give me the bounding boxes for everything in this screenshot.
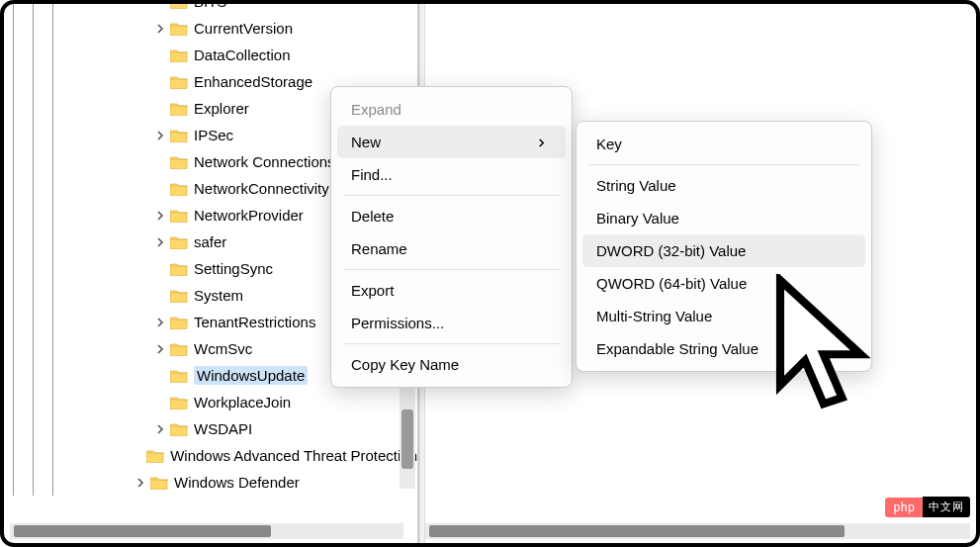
folder-icon	[170, 21, 188, 36]
tree-item-wsdapi[interactable]: WSDAPI	[4, 415, 417, 442]
tree-item-label: safer	[194, 233, 226, 250]
menu-item-label: New	[351, 134, 381, 150]
expand-icon[interactable]	[152, 234, 168, 250]
folder-icon	[170, 368, 188, 383]
tree-item-datacollection[interactable]: DataCollection	[4, 42, 417, 68]
menu-item-copy-key-name[interactable]: Copy Key Name	[337, 348, 566, 381]
expand-icon[interactable]	[152, 421, 168, 437]
folder-icon	[170, 128, 188, 142]
menu-item-new[interactable]: New	[337, 126, 566, 158]
horizontal-scrollbar-right[interactable]	[425, 523, 970, 539]
context-submenu-new[interactable]: KeyString ValueBinary ValueDWORD (32-bit…	[576, 121, 872, 372]
menu-separator	[588, 164, 859, 165]
watermark-right: 中文网	[923, 497, 970, 517]
menu-item-export[interactable]: Export	[337, 274, 566, 307]
folder-icon	[170, 74, 188, 89]
tree-item-currentversion[interactable]: CurrentVersion	[4, 15, 417, 42]
menu-item-label: QWORD (64-bit) Value	[596, 275, 747, 292]
tree-item-label: WindowsUpdate	[194, 366, 308, 385]
tree-item-label: SettingSync	[194, 260, 273, 277]
tree-item-label: System	[194, 287, 243, 304]
menu-item-multi-string-value[interactable]: Multi-String Value	[582, 300, 865, 332]
folder-icon	[170, 4, 188, 9]
menu-item-label: Expandable String Value	[596, 340, 758, 357]
expand-icon[interactable]	[133, 475, 148, 491]
menu-item-label: Delete	[351, 208, 394, 225]
horizontal-scrollbar-thumb[interactable]	[429, 525, 845, 537]
chevron-right-icon	[537, 134, 546, 150]
tree-item-label: EnhancedStorage	[194, 73, 312, 90]
expand-icon[interactable]	[152, 341, 168, 357]
tree-item-windows-defender[interactable]: Windows Defender	[4, 469, 417, 496]
menu-item-label: Binary Value	[596, 210, 679, 227]
tree-item-label: Windows Defender	[174, 474, 300, 491]
tree-item-label: WSDAPI	[194, 420, 252, 437]
folder-icon	[170, 315, 188, 329]
menu-item-string-value[interactable]: String Value	[582, 169, 865, 202]
menu-item-label: Key	[596, 136, 622, 152]
expand-icon[interactable]	[152, 315, 168, 330]
tree-item-label: WcmSvc	[194, 340, 252, 357]
menu-item-qword-64-bit-value[interactable]: QWORD (64-bit) Value	[582, 267, 865, 300]
tree-item-label: Windows Advanced Threat Protection	[170, 447, 417, 464]
tree-item-windows-advanced-threat-protection[interactable]: Windows Advanced Threat Protection	[4, 442, 417, 469]
expand-icon[interactable]	[152, 208, 168, 224]
folder-icon	[170, 261, 188, 276]
expand-icon[interactable]	[152, 128, 168, 143]
menu-item-label: String Value	[596, 177, 676, 194]
menu-separator	[343, 343, 560, 344]
menu-item-delete[interactable]: Delete	[337, 200, 566, 232]
horizontal-scrollbar-left[interactable]	[10, 523, 403, 539]
menu-separator	[343, 269, 560, 270]
folder-icon	[170, 421, 188, 436]
menu-item-label: Export	[351, 282, 394, 299]
menu-item-binary-value[interactable]: Binary Value	[582, 202, 865, 234]
folder-icon	[170, 47, 188, 62]
tree-item-label: Explorer	[194, 100, 249, 117]
folder-icon	[170, 208, 188, 223]
tree-item-label: DataCollection	[194, 46, 291, 63]
folder-icon	[170, 101, 188, 116]
tree-item-label: Network Connections	[194, 153, 335, 170]
menu-item-label: DWORD (32-bit) Value	[596, 242, 746, 259]
watermark-badge: php 中文网	[885, 497, 970, 517]
menu-item-label: Multi-String Value	[596, 308, 712, 324]
menu-item-key[interactable]: Key	[582, 128, 865, 160]
folder-icon	[146, 448, 164, 463]
menu-item-find[interactable]: Find...	[337, 158, 566, 191]
folder-icon	[170, 154, 188, 169]
expand-icon[interactable]	[152, 21, 168, 37]
tree-item-label: IPSec	[194, 127, 233, 143]
menu-item-label: Rename	[351, 240, 407, 257]
tree-item-label: CurrentVersion	[194, 20, 293, 37]
menu-item-label: Copy Key Name	[351, 356, 459, 373]
tree-item-label: WorkplaceJoin	[194, 394, 291, 410]
folder-icon	[170, 181, 188, 196]
tree-item-label: NetworkProvider	[194, 207, 304, 224]
menu-item-label: Find...	[351, 166, 393, 183]
tree-item-label: BITS	[194, 4, 226, 10]
folder-icon	[170, 341, 188, 356]
menu-item-label: Permissions...	[351, 315, 444, 331]
menu-separator	[343, 195, 560, 196]
folder-icon	[170, 288, 188, 303]
tree-item-label: NetworkConnectivity	[194, 180, 329, 197]
menu-item-rename[interactable]: Rename	[337, 232, 566, 265]
menu-item-label: Expand	[351, 101, 401, 118]
vertical-scrollbar-thumb[interactable]	[401, 410, 413, 469]
watermark-left: php	[885, 498, 923, 517]
menu-item-dword-32-bit-value[interactable]: DWORD (32-bit) Value	[582, 234, 865, 267]
tree-item-label: TenantRestrictions	[194, 314, 315, 330]
menu-item-expandable-string-value[interactable]: Expandable String Value	[582, 332, 865, 365]
menu-item-permissions[interactable]: Permissions...	[337, 307, 566, 339]
folder-icon	[170, 234, 188, 249]
horizontal-scrollbar-thumb[interactable]	[14, 525, 271, 537]
folder-icon	[150, 475, 168, 490]
context-menu[interactable]: ExpandNewFind...DeleteRenameExportPermis…	[330, 86, 573, 388]
folder-icon	[170, 395, 188, 410]
tree-item-workplacejoin[interactable]: WorkplaceJoin	[4, 389, 417, 415]
tree-item-bits[interactable]: BITS	[4, 4, 417, 15]
menu-item-expand: Expand	[337, 93, 566, 126]
